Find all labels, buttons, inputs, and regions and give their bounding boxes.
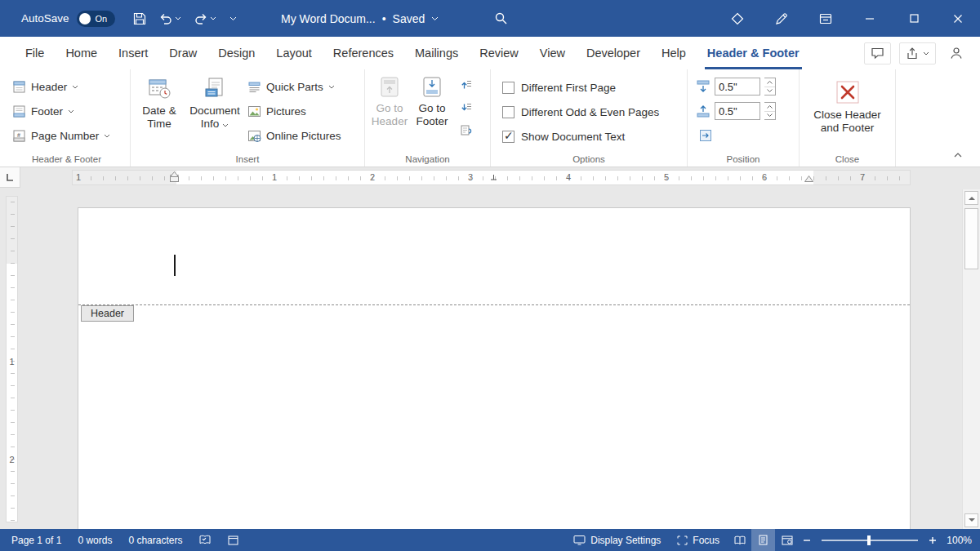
customize-qat-button[interactable] xyxy=(224,5,243,33)
close-window-button[interactable] xyxy=(936,0,980,37)
display-settings-button[interactable]: Display Settings xyxy=(565,529,669,551)
proofing-status-button[interactable] xyxy=(190,529,220,551)
footer-button[interactable]: Footer xyxy=(8,99,130,123)
hanging-indent-marker[interactable] xyxy=(170,171,179,185)
ruler-number: 1 xyxy=(74,172,82,182)
web-layout-button[interactable] xyxy=(775,529,799,551)
pictures-button[interactable]: Pictures xyxy=(243,99,345,123)
macro-button[interactable] xyxy=(220,529,247,551)
comments-button[interactable] xyxy=(864,42,891,64)
date-time-button[interactable]: Date & Time xyxy=(132,72,186,167)
collapse-ribbon-button[interactable] xyxy=(949,149,967,162)
zoom-out-button[interactable] xyxy=(799,529,815,551)
print-layout-button[interactable] xyxy=(751,529,775,551)
tab-draw[interactable]: Draw xyxy=(158,37,207,69)
ruler-number: 4 xyxy=(564,172,572,182)
close-header-footer-button[interactable]: Close Header and Footer xyxy=(804,76,891,135)
vertical-ruler[interactable]: 1 2 xyxy=(6,196,18,522)
plus-icon xyxy=(929,536,937,544)
tab-developer[interactable]: Developer xyxy=(576,37,651,69)
editor-pen-button[interactable] xyxy=(760,0,804,37)
autosave-toggle[interactable]: On xyxy=(77,11,115,27)
insert-alignment-tab-button[interactable] xyxy=(696,127,715,145)
scrollbar-thumb[interactable] xyxy=(964,208,978,269)
document-page[interactable]: Header xyxy=(78,207,911,529)
page-indicator[interactable]: Page 1 of 1 xyxy=(3,529,69,551)
chevron-down-icon xyxy=(431,16,439,21)
spinner-up-icon[interactable] xyxy=(764,103,775,112)
read-mode-icon xyxy=(733,535,746,545)
document-title-chip[interactable]: My Word Docum... • Saved xyxy=(281,0,439,37)
character-count[interactable]: 0 characters xyxy=(120,529,190,551)
different-first-page-checkbox[interactable]: Different First Page xyxy=(502,75,687,100)
maximize-button[interactable] xyxy=(892,0,936,37)
show-document-text-label: Show Document Text xyxy=(521,131,625,143)
tab-selector[interactable] xyxy=(0,167,20,188)
share-button[interactable] xyxy=(899,42,936,64)
zoom-slider-thumb[interactable] xyxy=(867,535,871,545)
previous-button[interactable] xyxy=(457,75,475,94)
undo-button[interactable] xyxy=(154,5,187,33)
tab-help[interactable]: Help xyxy=(651,37,697,69)
tab-review[interactable]: Review xyxy=(469,37,529,69)
search-button[interactable] xyxy=(487,0,514,37)
scroll-up-button[interactable] xyxy=(964,191,978,205)
header-from-top-input[interactable] xyxy=(715,78,760,96)
word-count[interactable]: 0 words xyxy=(69,529,120,551)
document-info-button[interactable]: Document Info xyxy=(186,72,243,167)
minimize-button[interactable] xyxy=(848,0,892,37)
spinner-down-icon[interactable] xyxy=(764,112,775,120)
zoom-percentage[interactable]: 100% xyxy=(941,535,977,546)
position-group: Position xyxy=(688,69,800,167)
tab-layout[interactable]: Layout xyxy=(265,37,323,69)
date-time-icon xyxy=(147,76,172,100)
vertical-scrollbar[interactable] xyxy=(962,189,980,529)
online-pictures-button[interactable]: Online Pictures xyxy=(243,123,345,148)
redo-button[interactable] xyxy=(189,5,222,33)
minimize-icon xyxy=(865,14,875,24)
quick-parts-label: Quick Parts xyxy=(266,81,323,93)
footer-from-bottom-spinner[interactable] xyxy=(764,102,776,120)
go-to-header-button[interactable]: Go to Header xyxy=(368,72,411,167)
sensitivity-button[interactable] xyxy=(715,0,760,37)
zoom-in-button[interactable] xyxy=(924,529,941,551)
word-window: AutoSave On My Word Docum... xyxy=(0,0,980,551)
spinner-down-icon[interactable] xyxy=(764,87,775,96)
tab-references[interactable]: References xyxy=(323,37,404,69)
next-button[interactable] xyxy=(457,98,475,117)
different-odd-even-checkbox[interactable]: Different Odd & Even Pages xyxy=(502,100,687,124)
read-mode-button[interactable] xyxy=(728,529,751,551)
header-button[interactable]: Header xyxy=(8,74,130,99)
horizontal-ruler[interactable]: 1 1 2 3 4 5 6 7 xyxy=(72,170,911,185)
tab-header-footer[interactable]: Header & Footer xyxy=(697,37,810,69)
center-tab-stop-marker[interactable] xyxy=(490,169,497,184)
go-to-footer-button[interactable]: Go to Footer xyxy=(411,72,453,167)
tab-file[interactable]: File xyxy=(15,37,55,69)
group-label-position: Position xyxy=(688,154,799,164)
page-number-button[interactable]: # Page Number xyxy=(8,123,130,148)
title-bar: AutoSave On My Word Docum... xyxy=(0,0,980,37)
alignment-tab-icon xyxy=(698,128,713,143)
zoom-slider[interactable] xyxy=(822,540,918,541)
link-to-previous-button[interactable] xyxy=(457,121,475,140)
ribbon-display-options-button[interactable] xyxy=(804,0,848,37)
tab-insert[interactable]: Insert xyxy=(108,37,158,69)
right-indent-marker[interactable] xyxy=(804,171,813,185)
maximize-icon xyxy=(910,14,919,23)
tab-design[interactable]: Design xyxy=(207,37,265,69)
header-from-top-spinner[interactable] xyxy=(764,78,776,96)
quick-parts-button[interactable]: Quick Parts xyxy=(243,74,345,99)
tab-home[interactable]: Home xyxy=(55,37,108,69)
save-button[interactable] xyxy=(127,5,152,33)
scroll-down-button[interactable] xyxy=(964,513,978,527)
tab-view[interactable]: View xyxy=(529,37,576,69)
tab-mailings[interactable]: Mailings xyxy=(404,37,469,69)
sign-in-button[interactable] xyxy=(944,42,969,64)
chevron-down-icon xyxy=(104,134,110,138)
focus-button[interactable]: Focus xyxy=(669,529,728,551)
footer-from-bottom-input[interactable] xyxy=(715,102,760,120)
show-document-text-checkbox[interactable]: Show Document Text xyxy=(502,124,687,149)
vertical-ruler-number: 2 xyxy=(7,455,17,464)
close-icon xyxy=(953,14,963,24)
spinner-up-icon[interactable] xyxy=(764,78,775,87)
